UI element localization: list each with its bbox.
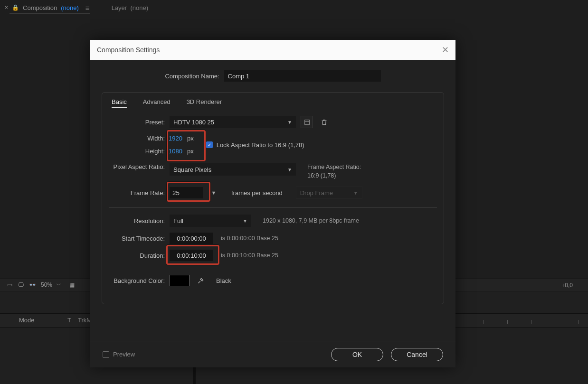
comp-name-field[interactable] [224,70,381,82]
drop-frame-value: Drop Frame [300,189,333,197]
dialog-title: Composition Settings [97,46,160,54]
start-timecode-info: is 0:00:00:00 Base 25 [221,235,278,242]
start-timecode-label: Start Timecode: [111,235,165,242]
start-timecode-field[interactable] [170,233,213,244]
chevron-down-icon: ▼ [287,120,292,125]
par-label: Pixel Aspect Ratio: [111,163,165,170]
resolution-info: 1920 x 1080, 7,9 MB per 8bpc frame [263,217,359,224]
height-value[interactable]: 1080 [169,148,182,155]
duration-label: Duration: [111,252,165,259]
far-value: 16:9 (1,78) [307,172,361,180]
comp-name-label: Composition Name: [165,73,219,80]
bg-color-swatch[interactable] [170,275,190,286]
mask-icon[interactable]: 👓 [28,281,36,288]
tab-underline [9,13,90,14]
tab-advanced[interactable]: Advanced [143,98,171,108]
duration-field[interactable] [170,250,213,261]
layout-icon[interactable]: ▦ [68,281,76,288]
far-label: Frame Aspect Ratio: [307,163,361,172]
composition-tab-label: Composition [23,4,57,11]
preview-label: Preview [113,351,135,358]
width-value[interactable]: 1920 [169,135,182,142]
resolution-select[interactable]: Full ▼ [170,215,251,227]
tab-3d-renderer[interactable]: 3D Renderer [187,98,222,108]
layer-label-text: Layer [112,4,127,11]
resolution-value: Full [173,217,183,225]
preview-checkbox[interactable] [103,351,109,358]
layer-tab-label: Layer (none) [112,4,148,11]
preset-select[interactable]: HDTV 1080 25 ▼ [170,116,296,128]
par-value: Square Pixels [173,166,211,173]
fps-label: frames per second [231,189,283,197]
cancel-button[interactable]: Cancel [391,348,443,361]
duration-info: is 0:00:10:00 Base 25 [221,252,278,259]
timeline-ruler [446,313,588,328]
column-mode[interactable]: Mode [19,317,35,324]
composition-none-link[interactable]: (none) [61,4,79,11]
chevron-down-icon: ▼ [353,190,358,196]
save-preset-button[interactable] [301,116,313,128]
zoom-chevron-icon[interactable]: ﹀ [56,281,61,289]
viewer-tabs: × 🔒 Composition (none) ≡ Layer (none) [0,2,588,13]
dialog-footer: Preview OK Cancel [90,341,455,367]
layer-none-text: (none) [130,4,148,11]
bg-color-name: Black [216,277,231,284]
delete-preset-button[interactable] [318,116,330,128]
device-icon[interactable]: ▭ [6,281,13,288]
ok-button[interactable]: OK [331,348,383,361]
frame-rate-field[interactable] [170,187,203,198]
chevron-down-icon: ▼ [243,218,247,224]
column-t[interactable]: T [67,317,71,324]
frame-rate-label: Frame Rate: [111,189,165,197]
preset-value: HDTV 1080 25 [173,119,214,126]
divider [109,207,437,208]
dialog-titlebar: Composition Settings ✕ [90,40,455,60]
column-trkm[interactable]: TrkM [78,317,92,324]
height-unit: px [187,148,194,155]
zoom-value[interactable]: 50% [41,281,52,288]
tabs: Basic Advanced 3D Renderer [112,98,435,108]
offset-value: +0,0 [561,279,573,292]
eyedropper-button[interactable] [194,274,207,287]
lock-icon[interactable]: 🔒 [12,4,19,11]
close-icon[interactable]: × [5,4,8,11]
chevron-down-icon: ▼ [287,167,292,172]
width-label: Width: [111,135,165,142]
composition-settings-dialog: Composition Settings ✕ Composition Name:… [90,40,455,367]
close-icon[interactable]: ✕ [442,45,449,55]
panel-menu-icon[interactable]: ≡ [85,4,90,12]
par-select[interactable]: Square Pixels ▼ [170,163,296,176]
lock-aspect-label: Lock Aspect Ratio to 16:9 (1,78) [217,141,304,149]
svg-rect-0 [304,120,309,124]
preset-label: Preset: [111,119,165,126]
lock-aspect-checkbox[interactable]: ✓ [206,141,213,148]
tab-basic[interactable]: Basic [112,98,127,108]
display-icon[interactable]: 🖵 [17,281,25,288]
settings-tabs-box: Basic Advanced 3D Renderer Preset: HDTV … [102,92,444,304]
frame-rate-dropdown-icon[interactable]: ▼ [208,190,220,196]
height-label: Height: [111,148,165,155]
width-unit: px [187,135,194,142]
drop-frame-select: Drop Frame ▼ [296,187,362,199]
resolution-label: Resolution: [111,217,165,225]
bg-color-label: Background Color: [111,277,165,284]
